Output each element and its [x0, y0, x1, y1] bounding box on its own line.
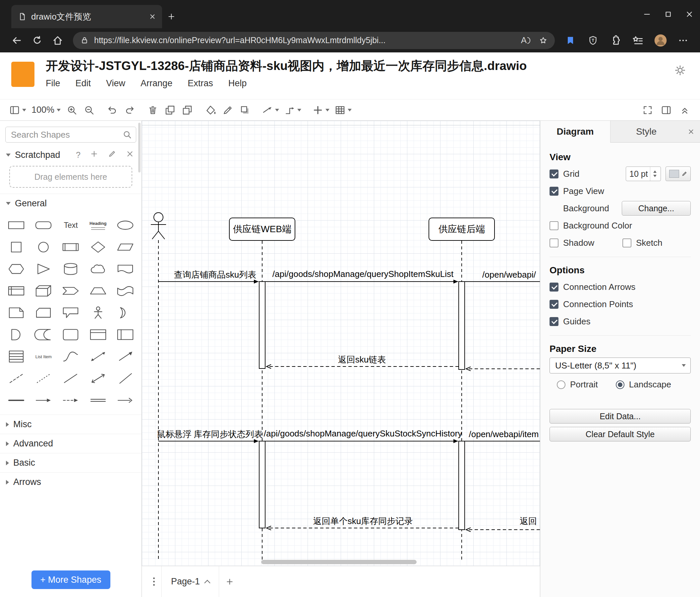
section-arrows[interactable]: Arrows [0, 472, 142, 492]
scratchpad-dropzone[interactable]: Drag elements here [9, 166, 132, 188]
menu-help[interactable]: Help [228, 78, 247, 89]
shadow-button[interactable] [238, 102, 252, 118]
shape-or[interactable] [112, 302, 139, 324]
shape-dotted-line[interactable] [30, 367, 57, 389]
shape-card[interactable] [30, 302, 57, 324]
menu-extras[interactable]: Extras [188, 78, 213, 89]
shape-document[interactable] [112, 258, 139, 280]
shape-dashed-line[interactable] [3, 367, 30, 389]
shape-list-item[interactable]: List Item [30, 345, 57, 367]
add-page-button[interactable] [219, 566, 240, 597]
line-color-button[interactable] [220, 102, 235, 118]
guides-checkbox[interactable] [550, 317, 558, 326]
shape-horizontal-container[interactable] [84, 324, 112, 345]
scratchpad-add-icon[interactable] [90, 149, 98, 160]
grid-size-stepper[interactable] [650, 167, 659, 181]
fullscreen-button[interactable] [640, 102, 655, 118]
connection-style-button[interactable] [261, 102, 280, 118]
scratchpad-close-icon[interactable] [126, 149, 134, 160]
scratchpad-edit-icon[interactable] [108, 149, 116, 160]
favorites-bar-icon[interactable] [628, 31, 648, 50]
message-label[interactable]: /api/goods/shopManage/queryShopItemSkuLi… [272, 269, 453, 279]
shape-diagonal-line[interactable] [112, 367, 139, 389]
message-label[interactable]: /api/goods/shopManage/querySkuStockSyncH… [264, 429, 462, 439]
grid-checkbox[interactable] [550, 169, 558, 178]
shape-text[interactable]: Text [57, 214, 84, 236]
back-button[interactable] [7, 31, 26, 50]
shape-note[interactable] [3, 302, 30, 324]
shape-diamond[interactable] [84, 236, 112, 258]
pages-menu-icon[interactable] [147, 566, 161, 597]
grid-color-button[interactable] [666, 167, 691, 181]
refresh-button[interactable] [28, 31, 46, 50]
menu-edit[interactable]: Edit [76, 78, 91, 89]
shape-container[interactable] [57, 324, 84, 345]
tab-style[interactable]: Style [610, 121, 682, 143]
section-advanced[interactable]: Advanced [0, 434, 142, 453]
background-color-checkbox[interactable] [550, 221, 558, 230]
zoom-in-button[interactable] [65, 102, 79, 118]
landscape-radio[interactable] [616, 380, 624, 389]
zoom-out-button[interactable] [82, 102, 96, 118]
to-back-button[interactable] [180, 102, 195, 118]
undo-button[interactable] [105, 102, 120, 118]
section-misc[interactable]: Misc [0, 414, 142, 434]
portrait-radio[interactable] [557, 380, 566, 389]
page-tab[interactable]: Page-1 [161, 566, 219, 597]
shape-arrow[interactable] [112, 345, 139, 367]
sketch-checkbox[interactable] [622, 238, 631, 247]
section-basic[interactable]: Basic [0, 453, 142, 472]
collapse-expand-button[interactable] [677, 102, 692, 118]
shape-circle[interactable] [30, 236, 57, 258]
shape-triangle[interactable] [30, 258, 57, 280]
shape-cylinder[interactable] [57, 258, 84, 280]
shadow-checkbox[interactable] [550, 238, 558, 247]
paper-size-select[interactable]: US-Letter (8,5" x 11") [550, 358, 691, 374]
extensions-puzzle-icon[interactable] [606, 31, 625, 50]
page-view-checkbox[interactable] [550, 187, 558, 196]
shape-and[interactable] [3, 324, 30, 345]
search-shapes-input[interactable] [5, 127, 136, 143]
to-front-button[interactable] [163, 102, 177, 118]
address-bar[interactable]: https://file.kkview.cn/onlinePreview?url… [73, 32, 555, 49]
shield-extension-icon[interactable]: T [583, 31, 603, 50]
sidebar-scrollbar[interactable] [138, 123, 141, 172]
diagram-canvas[interactable]: 供应链WEB端 供应链后端 查询店铺商品sku列表 /api/goods/sho… [142, 121, 540, 566]
new-tab-button[interactable] [162, 5, 181, 28]
shape-process[interactable] [57, 236, 84, 258]
shape-actor[interactable] [84, 302, 112, 324]
connection-points-checkbox[interactable] [550, 300, 558, 309]
table-button[interactable] [333, 102, 353, 118]
scratchpad-header[interactable]: Scratchpad ? [0, 145, 142, 165]
shape-cube[interactable] [30, 280, 57, 302]
format-panel-toggle-button[interactable] [659, 102, 674, 118]
shape-bidirectional-arrow[interactable] [84, 345, 112, 367]
home-button[interactable] [48, 31, 67, 50]
shape-ellipse[interactable] [112, 214, 139, 236]
shape-tape[interactable] [112, 280, 139, 302]
shape-list[interactable] [3, 345, 30, 367]
shape-link-edge[interactable] [84, 389, 112, 411]
panel-close-icon[interactable] [682, 121, 700, 143]
shape-trapezoid[interactable] [84, 280, 112, 302]
message-label[interactable]: 返回单个sku库存同步记录 [313, 516, 412, 527]
shape-parallelogram[interactable] [112, 236, 139, 258]
more-shapes-button[interactable]: + More Shapes [31, 571, 110, 589]
shape-data-storage[interactable] [30, 324, 57, 345]
tab-close-icon[interactable] [148, 12, 157, 21]
change-background-button[interactable]: Change... [622, 201, 691, 216]
zoom-select-button[interactable]: 100% [30, 102, 62, 118]
shape-line[interactable] [57, 367, 84, 389]
redo-button[interactable] [122, 102, 137, 118]
shape-step[interactable] [57, 280, 84, 302]
blue-extension-icon[interactable] [561, 31, 580, 50]
message-label[interactable]: /open/webapi/ [482, 270, 536, 280]
more-options-icon[interactable] [674, 31, 693, 50]
connection-arrows-checkbox[interactable] [550, 283, 558, 291]
menu-arrange[interactable]: Arrange [141, 78, 172, 89]
lifeline-box-backend[interactable]: 供应链后端 [429, 218, 495, 241]
shape-cloud[interactable] [84, 258, 112, 280]
insert-button[interactable] [311, 102, 331, 118]
clear-default-style-button[interactable]: Clear Default Style [550, 427, 691, 441]
shape-callout[interactable] [57, 302, 84, 324]
